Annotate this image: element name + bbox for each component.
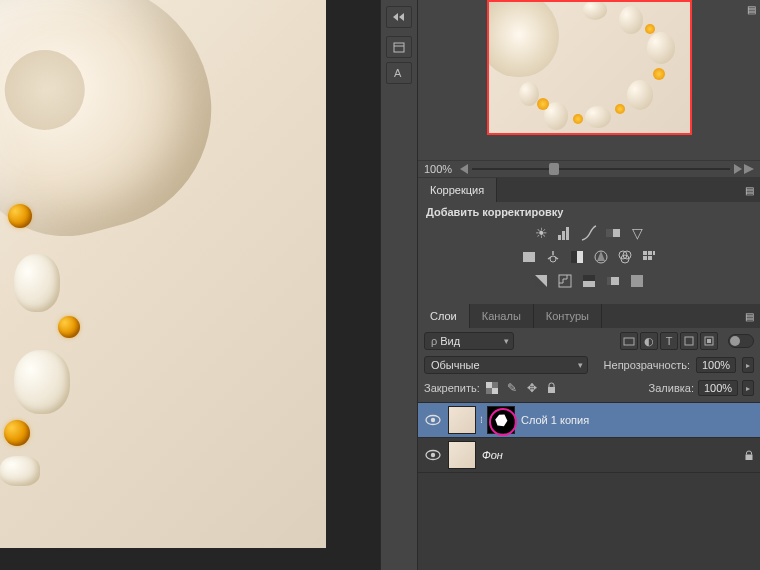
filter-smart-icon[interactable] [700, 332, 718, 350]
panel-menu-icon[interactable]: ▤ [742, 309, 756, 323]
zoom-out-icon[interactable] [460, 164, 468, 174]
navigator-panel: ▤ [418, 0, 760, 160]
visibility-icon[interactable] [424, 446, 442, 464]
threshold-icon[interactable] [580, 272, 598, 290]
svg-rect-36 [548, 387, 555, 393]
fill-stepper[interactable]: ▸ [742, 380, 754, 396]
svg-rect-27 [631, 275, 643, 287]
navigator-preview[interactable] [487, 0, 692, 135]
filter-toggle[interactable] [728, 334, 754, 348]
lock-all-icon[interactable] [544, 380, 560, 396]
adjustments-title: Добавить корректировку [426, 206, 752, 218]
navigator-zoom-bar: 100% [418, 160, 760, 178]
svg-point-40 [431, 453, 435, 457]
document-canvas[interactable] [0, 0, 380, 570]
filter-type-icon[interactable]: T [660, 332, 678, 350]
channel-mixer-icon[interactable] [616, 248, 634, 266]
svg-rect-17 [648, 251, 652, 255]
panel-menu-icon[interactable]: ▤ [744, 2, 758, 16]
invert-icon[interactable] [532, 272, 550, 290]
filter-pixel-icon[interactable] [620, 332, 638, 350]
svg-rect-24 [583, 275, 595, 281]
layer-list: ⁞ Слой 1 копия Фон [418, 402, 760, 570]
svg-rect-7 [606, 229, 613, 237]
svg-point-9 [550, 256, 556, 262]
svg-rect-31 [707, 339, 711, 343]
photo-filter-icon[interactable] [592, 248, 610, 266]
lock-icon [744, 450, 754, 461]
lock-row: Закрепить: ✎ ✥ Заливка: 100% ▸ [418, 378, 760, 402]
dock-expand-icon[interactable] [386, 6, 412, 28]
layer-row[interactable]: ⁞ Слой 1 копия [418, 403, 760, 438]
adjustments-tabs: Коррекция ▤ [418, 178, 760, 202]
visibility-icon[interactable] [424, 411, 442, 429]
svg-rect-0 [394, 43, 404, 52]
adjustments-panel: Добавить корректировку ☀ ▽ [418, 202, 760, 304]
filter-shape-icon[interactable] [680, 332, 698, 350]
layer-row[interactable]: Фон [418, 438, 760, 473]
filter-kind-dropdown[interactable]: ρ Вид [424, 332, 514, 350]
exposure-icon[interactable] [604, 224, 622, 242]
opacity-stepper[interactable]: ▸ [742, 357, 754, 373]
svg-rect-28 [624, 338, 634, 345]
collapsed-panel-dock: A [380, 0, 418, 570]
lock-position-icon[interactable]: ✥ [524, 380, 540, 396]
zoom-in-icon[interactable] [734, 164, 742, 174]
color-lookup-icon[interactable] [640, 248, 658, 266]
svg-rect-10 [571, 251, 577, 263]
lock-transparency-icon[interactable] [484, 380, 500, 396]
curves-icon[interactable] [580, 224, 598, 242]
svg-rect-33 [492, 388, 498, 394]
svg-rect-5 [566, 227, 569, 240]
blend-mode-row: Обычные Непрозрачность: 100% ▸ [418, 354, 760, 378]
zoom-slider[interactable] [472, 162, 730, 176]
character-panel-icon[interactable]: A [386, 62, 412, 84]
svg-rect-8 [523, 252, 535, 262]
svg-rect-41 [746, 454, 753, 460]
zoom-value[interactable]: 100% [424, 163, 452, 175]
svg-rect-26 [607, 277, 611, 285]
svg-rect-29 [685, 337, 693, 345]
brightness-contrast-icon[interactable]: ☀ [532, 224, 550, 242]
tab-channels[interactable]: Каналы [470, 304, 534, 328]
hue-saturation-icon[interactable] [520, 248, 538, 266]
blend-mode-dropdown[interactable]: Обычные [424, 356, 588, 374]
search-icon: ρ [431, 335, 437, 347]
layer-thumbnail[interactable] [448, 441, 476, 469]
layers-tabs: Слои Каналы Контуры ▤ [418, 304, 760, 328]
tab-adjustments[interactable]: Коррекция [418, 178, 497, 202]
vibrance-icon[interactable]: ▽ [628, 224, 646, 242]
tab-layers[interactable]: Слои [418, 304, 470, 328]
fill-value[interactable]: 100% [698, 380, 738, 396]
black-white-icon[interactable] [568, 248, 586, 266]
svg-rect-3 [558, 235, 561, 240]
svg-rect-34 [492, 382, 498, 388]
layer-name[interactable]: Слой 1 копия [521, 414, 589, 426]
svg-rect-35 [486, 388, 492, 394]
svg-rect-11 [577, 251, 583, 263]
layer-mask-thumbnail[interactable] [487, 406, 515, 434]
color-balance-icon[interactable] [544, 248, 562, 266]
fill-label: Заливка: [649, 382, 694, 394]
opacity-value[interactable]: 100% [696, 357, 736, 373]
svg-rect-19 [643, 256, 647, 260]
levels-icon[interactable] [556, 224, 574, 242]
posterize-icon[interactable] [556, 272, 574, 290]
zoom-in-icon-large[interactable] [744, 164, 754, 174]
svg-rect-22 [559, 275, 571, 287]
layer-thumbnail[interactable] [448, 406, 476, 434]
gradient-map-icon[interactable] [604, 272, 622, 290]
mask-link-icon[interactable]: ⁞ [480, 415, 483, 425]
lock-pixels-icon[interactable]: ✎ [504, 380, 520, 396]
lock-label: Закрепить: [424, 382, 480, 394]
filter-adjustment-icon[interactable]: ◐ [640, 332, 658, 350]
panel-menu-icon[interactable]: ▤ [742, 183, 756, 197]
tab-paths[interactable]: Контуры [534, 304, 602, 328]
svg-rect-4 [562, 231, 565, 240]
svg-rect-18 [653, 251, 655, 255]
opacity-label: Непрозрачность: [604, 359, 690, 371]
layer-name[interactable]: Фон [482, 449, 503, 461]
history-panel-icon[interactable] [386, 36, 412, 58]
selective-color-icon[interactable] [628, 272, 646, 290]
layer-filter-row: ρ Вид ◐ T [418, 328, 760, 354]
